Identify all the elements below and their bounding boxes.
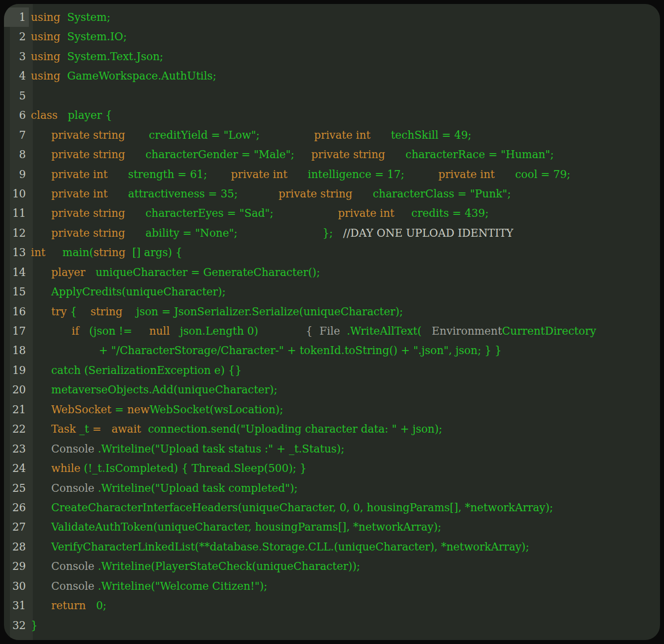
code-line[interactable]: 3using System.Text.Json; (4, 47, 660, 66)
line-number: 8 (4, 145, 29, 164)
code-token: if (31, 325, 79, 337)
code-line[interactable]: 31 return 0; (4, 596, 660, 615)
code-line[interactable]: 16 try { string json = JsonSerializer.Se… (4, 302, 660, 321)
code-text: try { string json = JsonSerializer.Seria… (29, 302, 403, 321)
code-line[interactable]: 6class player { (4, 105, 660, 125)
line-number: 6 (4, 105, 29, 125)
code-token: player (31, 266, 86, 278)
code-line[interactable]: 17 if (json != null json.Length 0) { Fil… (4, 321, 660, 341)
code-line[interactable]: 26 CreateCharacterInterfaceHeaders(uniqu… (4, 498, 660, 517)
code-line[interactable]: 28 VerifyCharacterLinkedList(**database.… (4, 537, 660, 556)
code-text: private int strength = 61; private int i… (29, 165, 570, 184)
code-token: Console (31, 443, 95, 455)
code-token: .Writeline("Upload task completed"); (95, 482, 298, 494)
code-text: private int attractiveness = 35; private… (29, 184, 511, 203)
code-token: catch (SerializationException e) {} (31, 364, 242, 376)
code-text: using GameWorkspace.AuthUtils; (29, 66, 216, 86)
code-token: cool = 79; (495, 168, 570, 181)
line-number: 5 (4, 86, 29, 105)
code-text: WebSocket = newWebSocket(wsLocation); (29, 400, 283, 419)
code-text: using System; (29, 7, 110, 27)
code-editor-panel[interactable]: 1using System;2using System.IO;3using Sy… (4, 4, 660, 640)
code-line[interactable]: 13int main(string [] args) { (4, 243, 660, 262)
code-token: = await (89, 423, 141, 435)
code-token: characterRace = "Human"; (385, 148, 554, 161)
line-number: 11 (4, 203, 29, 223)
code-token: string (91, 305, 122, 318)
line-number: 20 (4, 380, 29, 399)
code-line[interactable]: 11 private string characterEyes = "Sad";… (4, 203, 660, 223)
code-token: { (67, 305, 91, 318)
code-text: class player { (29, 105, 112, 125)
code-line[interactable]: 12 private string ability = "None"; }; /… (4, 223, 660, 243)
code-line[interactable]: 10 private int attractiveness = 35; priv… (4, 184, 660, 203)
line-number: 32 (4, 616, 29, 635)
code-text: Console .Writeline(PlayerStateCheck(uniq… (29, 556, 360, 576)
code-line[interactable]: 5 (4, 86, 660, 105)
code-line[interactable]: 18 + "/CharacterStorage/Character-" + to… (4, 341, 660, 360)
line-number: 15 (4, 282, 29, 301)
code-line[interactable]: 21 WebSocket = newWebSocket(wsLocation); (4, 400, 660, 419)
line-number: 10 (4, 184, 29, 203)
code-token: main( (45, 246, 94, 259)
code-line[interactable]: 8 private string characterGender = "Male… (4, 145, 660, 164)
code-token: Console (31, 580, 95, 592)
code-text: } (29, 616, 38, 635)
code-token: WebSocket (31, 403, 111, 416)
line-number: 19 (4, 361, 29, 380)
code-text: return 0; (29, 596, 106, 615)
code-token: System.Text.Json; (60, 50, 163, 63)
code-text: private string characterGender = "Male";… (29, 145, 554, 164)
code-line[interactable]: 2using System.IO; (4, 27, 660, 46)
code-line[interactable]: 22 Task _t = await connection.send("Uplo… (4, 419, 660, 439)
code-line[interactable]: 30 Console .Writeline("Welcome Citizen!"… (4, 576, 660, 596)
code-token: }; (238, 227, 333, 239)
code-token: while (31, 462, 81, 474)
code-token: .Writeline(PlayerStateCheck(uniqueCharac… (95, 560, 360, 572)
code-line[interactable]: 29 Console .Writeline(PlayerStateCheck(u… (4, 556, 660, 576)
code-token: private int (404, 168, 495, 181)
code-token: System.IO; (60, 30, 127, 43)
line-number: 18 (4, 341, 29, 360)
code-line[interactable]: 4using GameWorkspace.AuthUtils; (4, 66, 660, 86)
code-line[interactable]: 15 ApplyCredits(uniqueCharacter); (4, 282, 660, 301)
code-token: CreateCharacterInterfaceHeaders(uniqueCh… (31, 501, 553, 514)
code-token: string (94, 246, 125, 259)
code-token: System; (60, 11, 110, 23)
line-number: 4 (4, 66, 29, 86)
code-line[interactable]: 9 private int strength = 61; private int… (4, 165, 660, 184)
code-token: WebSocket(wsLocation); (150, 403, 284, 416)
code-line[interactable]: 32} (4, 616, 660, 635)
code-text: ApplyCredits(uniqueCharacter); (29, 282, 226, 301)
code-token: private int (31, 187, 107, 200)
code-token: } (31, 619, 38, 632)
code-token: null (132, 325, 170, 337)
line-number: 23 (4, 439, 29, 459)
code-line[interactable]: 23 Console .Writeline("Upload task statu… (4, 439, 660, 459)
code-token: ApplyCredits(uniqueCharacter); (31, 285, 226, 298)
code-line[interactable]: 14 player uniqueCharacter = GenerateChar… (4, 263, 660, 282)
code-token: json.Length 0) (170, 325, 258, 337)
code-line[interactable]: 25 Console .Writeline("Upload task compl… (4, 478, 660, 498)
code-line[interactable]: 19 catch (SerializationException e) {} (4, 361, 660, 380)
code-line[interactable]: 7 private string creditYield = "Low"; pr… (4, 125, 660, 145)
code-token: VerifyCharacterLinkedList(**database.Sto… (31, 541, 529, 553)
code-text: if (json != null json.Length 0) { File .… (29, 321, 596, 341)
code-token: player { (58, 109, 112, 121)
code-line[interactable]: 24 while (!_t.IsCompleted) { Thread.Slee… (4, 459, 660, 478)
line-number: 14 (4, 263, 29, 282)
code-token: int (31, 246, 45, 259)
line-number: 9 (4, 165, 29, 184)
code-line[interactable]: 1using System; (4, 7, 660, 27)
code-token: (json != (79, 325, 132, 337)
code-token: attractiveness = 35; (107, 187, 238, 200)
code-token: characterEyes = "Sad"; (125, 207, 274, 219)
code-line[interactable]: 20 metaverseObjects.Add(uniqueCharacter)… (4, 380, 660, 399)
code-token: CurrentDirectory (502, 325, 596, 337)
code-token: connection.send("Uploading character dat… (141, 423, 443, 435)
line-number: 22 (4, 419, 29, 439)
code-token: private string (294, 148, 385, 161)
code-line[interactable]: 27 ValidateAuthToken(uniqueCharacter, ho… (4, 517, 660, 537)
code-token: GameWorkspace.AuthUtils; (60, 70, 216, 82)
code-token: ValidateAuthToken(uniqueCharacter, housi… (31, 521, 441, 533)
